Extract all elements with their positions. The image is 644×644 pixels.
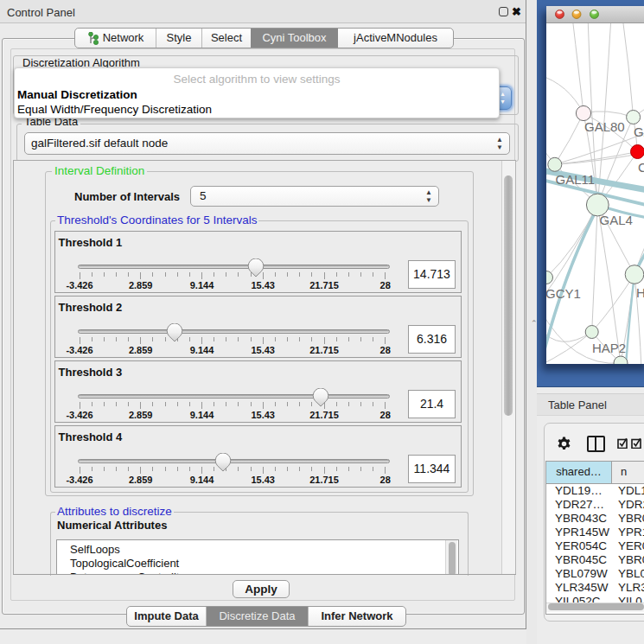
svg-text:GAL11: GAL11 [556,172,596,187]
svg-text:GCY1: GCY1 [546,286,581,301]
svg-text:GAL4: GAL4 [600,213,633,227]
svg-text:HAP2: HAP2 [592,341,626,355]
svg-text:GAL2: GAL2 [634,124,644,139]
svg-text:C: C [638,160,644,175]
svg-text:HA: HA [636,285,644,300]
svg-text:GAL80: GAL80 [584,119,625,134]
